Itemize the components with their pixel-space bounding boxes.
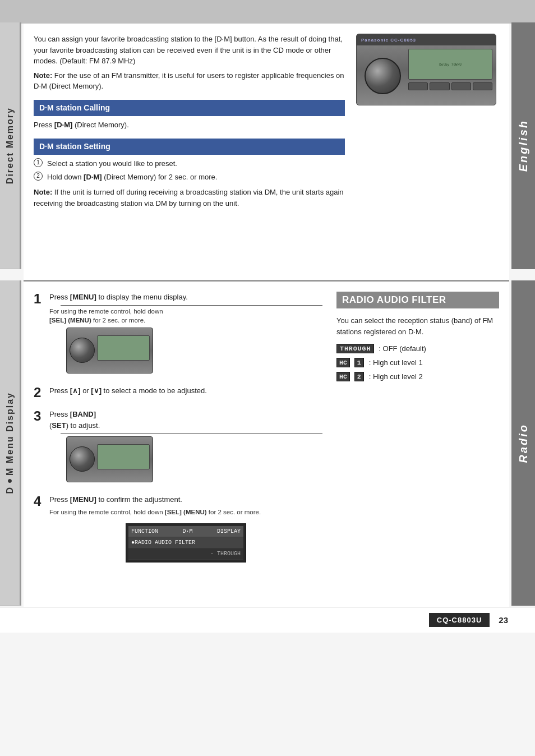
small-device-screen-2 [97,444,150,469]
step-3-text: Press [BAND](SET) to adjust. [49,409,322,431]
filter-item-hc1: HC 1 : High cut level 1 [336,358,499,367]
dm-setting-steps: 1 Select a station you would like to pre… [34,158,345,182]
step-1-note: For using the remote control, hold down … [49,307,322,325]
step-2-number: 2 [34,385,46,400]
top-col-img: Panasonic CC-C8853 Dolby 70W/U [356,34,499,212]
step-3-number: 3 [34,409,46,423]
lcd-display-col: DISPLAY [217,527,241,536]
device-knob [365,58,401,94]
step-1-device-image [66,328,153,374]
hc1-num: 1 [354,358,364,367]
step-circle-2: 2 [34,172,43,181]
sidebar-english-tab: English [511,22,535,269]
step-4-row: 4 Press [MENU] to confirm the adjustment… [34,494,322,569]
hc2-desc: : High cut level 2 [369,372,423,381]
sidebar-dm-menu-label: D●M Menu Display [5,392,15,494]
step-3-connector [61,433,322,434]
lcd-row-3: - THROUGH [128,548,243,560]
lcd-dm: D·M [182,527,192,536]
panasonic-device-image: Panasonic CC-C8853 Dolby 70W/U [356,34,496,105]
step-4-note: For using the remote control, hold down … [49,508,322,517]
step-1-row: 1 Press [MENU] to display the menu displ… [34,292,322,376]
note2-text: If the unit is turned off during receivi… [34,188,344,208]
dm-setting-step2: 2 Hold down [D·M] (Direct Memory) for 2 … [34,172,345,183]
step-2-row: 2 Press [∧] or [∨] to select a mode to b… [34,385,322,400]
dm-calling-text: Press [D·M] (Direct Memory). [34,119,345,131]
device-knob-area [360,49,405,103]
sidebar-left: Direct Memory D●M Menu Display [0,22,21,606]
page-footer: CQ-C8803U 23 [0,607,535,633]
note2-paragraph: Note: If the unit is turned off during r… [34,187,345,209]
step-4-body: Press [MENU] to confirm the adjustment. … [49,494,322,569]
step-3-device-image [66,436,153,482]
lcd-radio-filter: ●RADIO AUDIO FILTER [131,538,195,547]
lcd-display: FUNCTION D·M DISPLAY ●RADIO AUDIO FILTER… [126,523,246,563]
small-device-body-2 [67,437,153,482]
step-2-body: Press [∧] or [∨] to select a mode to be … [49,385,322,399]
radio-filter-banner: RADIO AUDIO FILTER [336,292,499,308]
small-device-knob-2 [70,446,95,472]
note1-label: Note: [34,71,52,80]
sidebar-right: English Radio [511,22,535,606]
sidebar-radio-tab: Radio [511,280,535,606]
step-1-body: Press [MENU] to display the menu display… [49,292,322,376]
section-wrapper: You can assign your favorite broadcastin… [24,24,509,607]
step-3-body: Press [BAND](SET) to adjust. [49,409,322,485]
model-tag: CQ-C8803U [429,613,490,627]
sidebar-direct-memory-label: Direct Memory [5,107,15,184]
note1-text: For the use of an FM transmitter, it is … [34,71,344,91]
hc1-badge: HC [336,358,350,367]
dm-station-calling-header: D·M station Calling [34,100,345,117]
hc2-badge: HC [336,372,350,381]
note1-paragraph: Note: For the use of an FM transmitter, … [34,70,345,92]
through-desc: : OFF (default) [379,344,426,353]
small-device-knob [70,338,95,363]
device-screen: Dolby 70W/U [408,49,492,80]
dm-station-setting-header: D·M station Setting [34,139,345,155]
device-top-strip: Panasonic CC-C8853 [357,34,496,45]
small-device-screen [97,335,150,361]
device-btn-2 [430,82,449,90]
sidebar-english-label: English [517,119,530,172]
step1-text: Select a station you would like to prese… [47,158,177,169]
step-1-connector [61,305,322,306]
step-circle-1: 1 [34,158,43,167]
device-btn-1 [408,82,428,90]
top-col-text: You can assign your favorite broadcastin… [34,34,345,212]
device-buttons [408,82,492,90]
filter-item-hc2: HC 2 : High cut level 2 [336,372,499,381]
hc1-desc: : High cut level 1 [369,358,423,367]
note2-label: Note: [34,188,52,196]
sidebar-tab-direct-memory: Direct Memory [0,22,21,269]
step2-text: Hold down [D·M] (Direct Memory) for 2 se… [47,172,217,183]
device-right-panel: Dolby 70W/U [408,49,492,103]
device-btn-3 [451,82,471,90]
intro-paragraph: You can assign your favorite broadcastin… [34,34,345,67]
hc2-num: 2 [354,372,364,381]
step-3-row: 3 Press [BAND](SET) to adjust. [34,409,322,485]
screen-text: Dolby 70W/U [439,62,462,66]
dm-calling-key: [D·M] [54,121,73,129]
small-device-body [67,328,153,373]
page-number: 23 [499,615,508,625]
panasonic-brand-text: Panasonic CC-C8853 [361,38,416,43]
step-2-text: Press [∧] or [∨] to select a mode to be … [49,385,322,397]
step-1-text: Press [MENU] to display the menu display… [49,292,322,303]
through-badge: THROUGH [336,344,374,353]
bottom-col-left: 1 Press [MENU] to display the menu displ… [34,292,322,578]
page-wrapper: Direct Memory D●M Menu Display English R… [0,0,535,756]
filter-item-through: THROUGH : OFF (default) [336,344,499,353]
radio-filter-desc: You can select the reception status (ban… [336,315,499,337]
lcd-row-1: FUNCTION D·M DISPLAY [128,526,243,537]
lcd-through-value: - THROUGH [210,550,241,558]
header-bar [0,0,535,24]
sidebar-radio-label: Radio [517,423,530,463]
device-body: Dolby 70W/U [357,45,496,105]
step-4-number: 4 [34,494,46,509]
step-1-number: 1 [34,292,46,306]
lcd-row-2: ●RADIO AUDIO FILTER [128,537,243,548]
section-bottom-area: 1 Press [MENU] to display the menu displ… [24,282,509,607]
step-4-text: Press [MENU] to confirm the adjustment. [49,494,322,505]
section-top-area: You can assign your favorite broadcastin… [24,24,509,282]
dm-setting-step1: 1 Select a station you would like to pre… [34,158,345,169]
